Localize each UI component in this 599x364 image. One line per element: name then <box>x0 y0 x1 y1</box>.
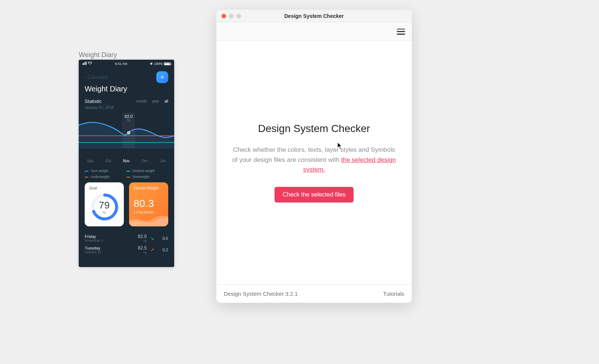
battery-pct: 100% <box>154 62 163 66</box>
tab-year[interactable]: year <box>152 99 159 103</box>
legend-underweight: Underweight <box>85 175 126 179</box>
range-tabs: month year all <box>137 99 168 103</box>
statistic-label: Statistic <box>85 98 102 104</box>
check-files-button[interactable]: Check the selected files <box>275 187 354 203</box>
history-row[interactable]: Friday November 3 82.0 kg ↘ 0.5 <box>85 232 168 244</box>
footer: Design System Checker 3.2.1 Tutorials <box>216 284 412 303</box>
row-date: October 30 <box>85 250 122 254</box>
card-wave-icon <box>129 211 168 226</box>
title-bar: Design System Checker <box>216 10 412 22</box>
status-bar: 9:41 AM ✱ 100% <box>79 60 174 68</box>
goal-label: Goal <box>89 186 119 190</box>
month-dec[interactable]: Dec <box>141 159 148 163</box>
statusbar-time: 9:41 AM <box>115 62 127 66</box>
month-sep[interactable]: Sep <box>87 159 94 163</box>
row-delta: 0.5 <box>157 236 168 241</box>
month-oct[interactable]: Oct <box>105 159 111 163</box>
phone-mockup: 9:41 AM ✱ 100% ‹ Calculator + Weight Dia… <box>79 60 174 267</box>
version-label: Design System Checker 3.2.1 <box>224 291 298 297</box>
back-button[interactable]: ‹ Calculator <box>85 75 108 80</box>
window-title: Design System Checker <box>216 13 412 19</box>
svg-rect-1 <box>84 63 84 65</box>
goal-value-unit: kg <box>85 210 124 214</box>
plus-icon: + <box>160 73 164 81</box>
battery-icon <box>164 62 170 65</box>
svg-rect-3 <box>86 62 87 65</box>
goal-value: 79 kg <box>85 200 124 214</box>
menu-button[interactable] <box>397 29 405 35</box>
row-unit: kg <box>122 251 147 254</box>
svg-rect-0 <box>82 63 83 65</box>
legend-overweight: Overweight <box>126 175 168 179</box>
current-label: Current Weight <box>134 186 164 190</box>
main-description: Check whether the colors, texts, layer s… <box>232 145 396 175</box>
row-day: Tuesday <box>85 246 122 250</box>
main-heading: Design System Checker <box>258 123 370 135</box>
goal-value-num: 79 <box>99 200 110 211</box>
svg-point-4 <box>90 64 90 65</box>
row-value: 82.0 <box>122 234 147 239</box>
row-date: November 3 <box>85 239 122 242</box>
row-delta: 0.2 <box>157 248 168 252</box>
current-value: 80.3 <box>134 198 164 210</box>
row-value: 82.5 <box>122 245 147 251</box>
app-window: Design System Checker Design System Chec… <box>216 10 412 303</box>
toolbar <box>216 22 412 41</box>
chart-svg <box>79 113 174 148</box>
page-title: Weight Diary <box>79 83 174 98</box>
bluetooth-icon: ✱ <box>150 62 153 66</box>
row-day: Friday <box>85 234 122 239</box>
artboard-label: Weight Diary <box>79 51 117 59</box>
row-unit: kg <box>122 239 147 242</box>
hamburger-icon <box>397 29 405 30</box>
legend-desired-weight: Desired weight <box>126 169 168 173</box>
legend-your-weight: Your weight <box>85 169 126 173</box>
arrow-down-icon: ↘ <box>147 236 157 241</box>
tab-month[interactable]: month <box>137 99 147 103</box>
back-label: Calculator <box>88 75 108 80</box>
month-jan[interactable]: Jan <box>160 159 166 163</box>
svg-rect-2 <box>85 62 85 65</box>
weight-chart[interactable]: 82.0 kg <box>79 113 174 148</box>
signal-wifi-icons <box>82 62 92 66</box>
arrow-up-icon: ↗ <box>147 247 157 252</box>
main-content: Design System Checker Check whether the … <box>216 41 412 284</box>
history-list: Friday November 3 82.0 kg ↘ 0.5 Tuesday … <box>79 231 174 257</box>
tutorials-link[interactable]: Tutorials <box>383 291 404 297</box>
chart-legend: Your weight Desired weight Underweight O… <box>79 167 174 182</box>
month-axis: Sep Oct Nov Dec Jan <box>79 148 174 167</box>
current-weight-card[interactable]: Current Weight 80.3 1.4 kg remain <box>129 182 168 226</box>
statistic-date: January 07, 2019 <box>79 104 174 113</box>
cursor-icon <box>337 142 342 150</box>
chart-point <box>127 131 130 134</box>
goal-card[interactable]: Goal 79 kg <box>85 182 124 226</box>
history-row[interactable]: Tuesday October 30 82.5 kg ↗ 0.2 <box>85 244 168 255</box>
tab-all[interactable]: all <box>164 99 168 103</box>
add-button[interactable]: + <box>156 71 168 83</box>
month-nov[interactable]: Nov <box>123 159 130 163</box>
chevron-left-icon: ‹ <box>85 75 86 80</box>
